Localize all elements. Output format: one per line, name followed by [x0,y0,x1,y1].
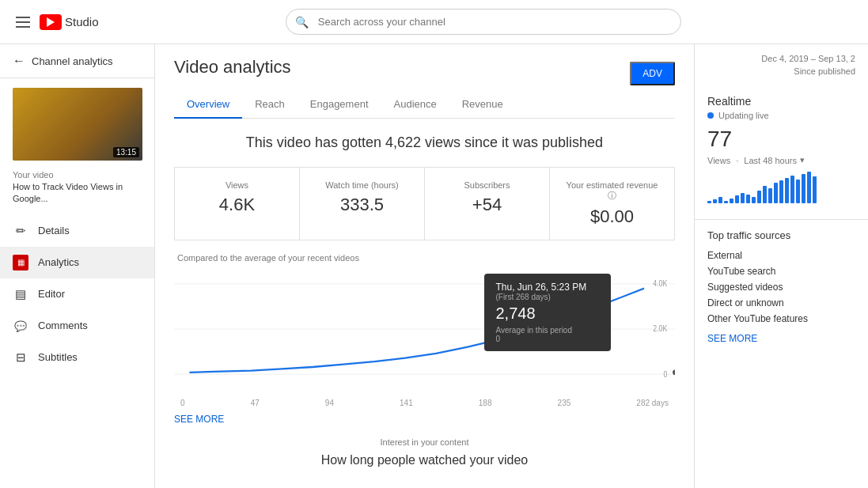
stat-watchtime-label: Watch time (hours) [316,180,408,190]
svg-text:0: 0 [663,369,667,379]
period-label: Last 48 hours [744,156,797,165]
sidebar-label-editor: Editor [38,288,65,300]
rt-bar [746,195,750,203]
sidebar-item-editor[interactable]: Editor [0,278,154,310]
x-label-94: 94 [325,399,334,407]
analytics-icon [13,255,28,270]
chart-section: Compared to the average of your recent v… [174,253,675,425]
content-area: Video analytics ADV Overview Reach Engag… [155,44,868,488]
editor-icon [13,286,28,302]
realtime-count: 77 [707,127,855,152]
topbar: Studio 🔍 [0,0,868,44]
back-nav[interactable]: ← Channel analytics [0,44,154,78]
svg-text:2.0K: 2.0K [653,324,668,334]
stat-revenue: Your estimated revenue ⓘ $0.00 [550,168,674,240]
back-arrow-icon: ← [13,54,25,68]
comments-icon [13,318,28,334]
rt-bar [730,199,733,203]
sidebar-label-comments: Comments [38,320,88,331]
chart-tooltip: Thu, Jun 26, 5:23 PM (First 268 days) 2,… [484,274,611,351]
live-dot-icon [707,112,714,119]
stat-views-value: 4.6K [191,195,283,215]
rt-bar [790,176,794,203]
rt-bar [774,183,778,203]
traffic-item-suggested: Suggested videos [707,279,855,295]
how-long-title: How long people watched your video [174,453,675,467]
tab-engagement[interactable]: Engagement [298,90,381,118]
traffic-section: Top traffic sources External YouTube sea… [695,220,868,354]
search-icon: 🔍 [295,16,309,28]
rt-bar [779,180,783,203]
rt-bar [802,174,805,203]
stat-views: Views 4.6K [175,168,300,240]
sidebar-item-analytics[interactable]: Analytics [0,247,154,278]
x-label-141: 141 [400,399,413,407]
realtime-section: Realtime Updating live 77 Views · Last 4… [695,85,868,220]
yt-icon [40,14,62,30]
youtube-logo: Studio [40,14,99,30]
stat-revenue-value: $0.00 [566,206,658,227]
sidebar-item-comments[interactable]: Comments [0,310,154,342]
tab-reach[interactable]: Reach [242,90,298,118]
rt-bar [735,195,739,203]
rt-bar [718,197,722,203]
stat-subscribers: Subscribers +54 [425,168,550,240]
video-thumbnail: 13:15 [13,88,142,161]
rt-bar [752,197,756,203]
sidebar-item-details[interactable]: Details [0,215,154,247]
tooltip-avg-label: Average in this period [495,326,600,335]
x-label-235: 235 [558,399,571,407]
tooltip-period: (First 268 days) [495,293,600,301]
search-input[interactable] [286,9,681,35]
chart-comparison-label: Compared to the average of your recent v… [174,253,675,263]
x-label-282: 282 days [636,399,669,407]
chart-see-more[interactable]: SEE MORE [174,414,224,425]
adv-button[interactable]: ADV [630,62,675,85]
studio-label: Studio [65,15,99,28]
x-axis: 0 47 94 141 188 235 282 days [174,399,675,407]
realtime-title: Realtime [707,95,855,108]
since-published: Since published [695,66,868,85]
rt-bar [768,188,772,203]
sidebar-label-details: Details [38,225,70,236]
pencil-icon [13,223,28,239]
rt-bar [807,172,811,203]
traffic-see-more[interactable]: SEE MORE [707,333,757,344]
stats-row: Views 4.6K Watch time (hours) 333.5 Subs… [174,167,675,240]
traffic-item-direct: Direct or unknown [707,295,855,311]
svg-point-7 [672,369,675,376]
rt-bar [713,199,717,203]
x-label-0: 0 [180,399,185,407]
main-content: Video analytics ADV Overview Reach Engag… [155,44,694,488]
stat-watchtime: Watch time (hours) 333.5 [300,168,425,240]
rt-bar [785,178,789,203]
tab-revenue[interactable]: Revenue [449,90,516,118]
updating-label: Updating live [718,111,769,120]
summary-text: This video has gotten 4,622 views since … [174,134,675,151]
rt-bar [707,201,711,203]
tooltip-avg-value: 0 [495,335,600,343]
rt-bar [796,180,800,203]
search-bar: 🔍 [286,9,681,35]
realtime-chart [707,172,855,203]
page-title: Video analytics [174,57,291,78]
x-label-188: 188 [479,399,492,407]
rt-bar [813,176,817,203]
updating-live: Updating live [707,111,855,120]
date-range: Dec 4, 2019 – Sep 13, 2 [695,44,868,66]
tab-overview[interactable]: Overview [174,90,242,118]
sidebar-item-subtitles[interactable]: Subtitles [0,342,154,373]
bottom-section: Interest in your content How long people… [174,425,675,480]
hamburger-menu[interactable] [13,13,33,31]
svg-text:4.0K: 4.0K [653,279,668,289]
tooltip-value: 2,748 [495,305,600,323]
sidebar-label-analytics: Analytics [38,256,79,268]
dropdown-arrow-icon[interactable]: ▾ [800,155,805,165]
traffic-item-external: External [707,248,855,263]
thumb-duration: 13:15 [113,147,139,157]
tabs: Overview Reach Engagement Audience Reven… [174,90,675,119]
tab-audience[interactable]: Audience [381,90,449,118]
interest-label: Interest in your content [174,437,675,447]
views-label: Views [707,156,730,165]
traffic-title: Top traffic sources [707,229,855,241]
